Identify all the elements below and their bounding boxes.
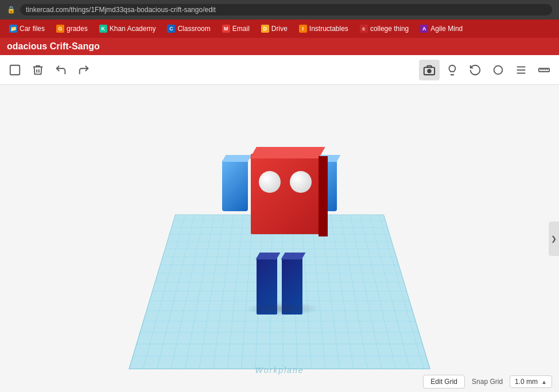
robot-body bbox=[251, 154, 320, 234]
bookmark-classroom[interactable]: C Classroom bbox=[162, 22, 215, 35]
bookmark-car-files-label: Car files bbox=[20, 25, 45, 33]
email-icon: M bbox=[222, 25, 230, 33]
bookmark-khan-academy[interactable]: K Khan Academy bbox=[95, 22, 161, 35]
workplane-label: Workplane bbox=[255, 366, 304, 375]
redo-button[interactable] bbox=[73, 60, 94, 80]
align-button[interactable] bbox=[511, 60, 531, 80]
bookmarks-bar: 📁 Car files G grades K Khan Academy C Cl… bbox=[0, 20, 559, 38]
robot-body-top bbox=[250, 147, 325, 158]
khan-icon: K bbox=[99, 25, 107, 33]
instructables-icon: I bbox=[299, 25, 307, 33]
toolbar-right bbox=[419, 60, 554, 80]
ruler-button[interactable] bbox=[534, 60, 554, 80]
url-bar[interactable]: tinkercad.com/things/1FMjmd33qsa-bodacio… bbox=[20, 4, 552, 15]
snap-grid-value: 1.0 mm bbox=[515, 378, 538, 386]
svg-rect-0 bbox=[10, 65, 20, 75]
snap-grid-value-container[interactable]: 1.0 mm ▲ bbox=[510, 375, 552, 388]
bookmark-grades[interactable]: G grades bbox=[52, 22, 92, 35]
delete-button[interactable] bbox=[28, 60, 48, 80]
svg-point-3 bbox=[429, 70, 430, 71]
select-button[interactable] bbox=[5, 60, 25, 80]
browser-bar: 🔒 tinkercad.com/things/1FMjmd33qsa-bodac… bbox=[0, 0, 559, 20]
snap-grid-label: Snap Grid bbox=[472, 378, 503, 386]
bottom-bar: Edit Grid Snap Grid 1.0 mm ▲ bbox=[416, 371, 559, 392]
page-title-bar: odacious Crift-Sango bbox=[0, 38, 559, 55]
college-thing-icon: c bbox=[360, 25, 368, 33]
robot-shadow bbox=[243, 302, 321, 316]
robot-left-arm bbox=[222, 160, 248, 211]
camera-view-button[interactable] bbox=[419, 60, 440, 80]
bookmark-college-thing-label: college thing bbox=[370, 25, 409, 33]
bookmark-car-files[interactable]: 📁 Car files bbox=[5, 22, 49, 35]
bookmark-instructables[interactable]: I Instructables bbox=[294, 22, 353, 35]
bookmark-college-thing[interactable]: c college thing bbox=[355, 22, 413, 35]
robot-right-leg-top bbox=[281, 253, 306, 259]
right-panel-toggle[interactable]: ❯ bbox=[549, 222, 559, 256]
robot-body-right-face bbox=[319, 156, 328, 236]
robot-left-arm-top bbox=[222, 155, 252, 162]
viewport[interactable]: Workplane ❯ bbox=[0, 85, 559, 392]
light-button[interactable] bbox=[442, 60, 463, 80]
bookmark-agile-mind-label: Agile Mind bbox=[430, 25, 463, 33]
robot-right-eye bbox=[290, 171, 312, 193]
grades-icon: G bbox=[56, 25, 64, 33]
edit-grid-button[interactable]: Edit Grid bbox=[423, 375, 465, 389]
drive-icon: D bbox=[261, 25, 269, 33]
svg-rect-9 bbox=[539, 68, 549, 72]
svg-point-5 bbox=[494, 65, 503, 74]
page-title: odacious Crift-Sango bbox=[7, 41, 100, 52]
bookmark-email[interactable]: M Email bbox=[218, 22, 254, 35]
bookmark-khan-label: Khan Academy bbox=[110, 25, 156, 33]
robot-model bbox=[222, 154, 337, 315]
bookmark-classroom-label: Classroom bbox=[177, 25, 210, 33]
rotate-left-button[interactable] bbox=[465, 60, 486, 80]
agile-mind-icon: A bbox=[420, 25, 428, 33]
snap-grid-arrow: ▲ bbox=[541, 379, 547, 385]
lock-icon: 🔒 bbox=[7, 6, 15, 14]
robot-left-leg-top bbox=[256, 253, 281, 259]
bookmark-instructables-label: Instructables bbox=[309, 25, 348, 33]
toolbar bbox=[0, 55, 559, 85]
bookmark-agile-mind[interactable]: A Agile Mind bbox=[416, 22, 467, 35]
classroom-icon: C bbox=[167, 25, 175, 33]
bookmark-email-label: Email bbox=[232, 25, 250, 33]
undo-button[interactable] bbox=[51, 60, 71, 80]
bookmark-drive-label: Drive bbox=[271, 25, 288, 33]
bookmark-grades-label: grades bbox=[67, 25, 88, 33]
bookmark-drive[interactable]: D Drive bbox=[257, 22, 292, 35]
robot-left-eye bbox=[259, 171, 281, 193]
circle-button[interactable] bbox=[488, 60, 508, 80]
car-files-icon: 📁 bbox=[9, 25, 17, 33]
